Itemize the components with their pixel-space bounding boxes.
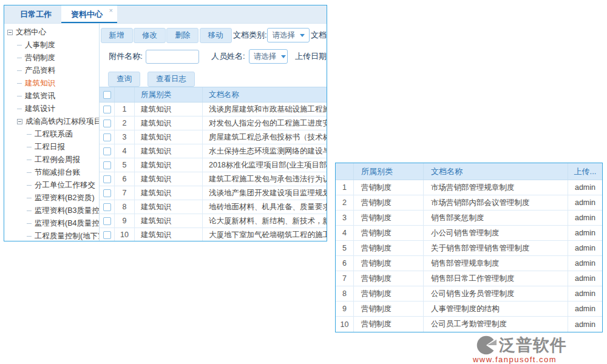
row-doc-name[interactable]: 论大厦新材料、新结构、新技术，新工... [203,216,327,226]
tree-expand-icon[interactable] [27,172,32,173]
table-row[interactable]: 7 建筑知识 浅谈地产集团开发建设项目监理规划编... [100,186,327,200]
table-row[interactable]: 3 营销制度 销售部奖惩制度 admin [336,211,602,226]
table-row[interactable]: 5 营销制度 关于销售部管理销售管理制度 admin [336,241,602,256]
tree-item[interactable]: 监理资料(B2资质) [4,192,99,204]
table-row[interactable]: 2 营销制度 市场营销部内部会议管理制度 admin [336,195,602,211]
row-doc-name[interactable]: 关于销售部管理销售管理制度 [424,241,568,255]
tree-item[interactable]: 人事制度 [4,39,99,52]
tree-item[interactable]: 建筑设计 [4,103,99,115]
tree-expand-icon[interactable] [27,223,32,224]
tree-item[interactable]: 监理资料(B4质量控制) [4,217,99,230]
table-row[interactable]: 7 营销制度 销售部日常工作管理制度 admin [336,271,602,286]
close-icon[interactable]: × [109,6,113,15]
table-row[interactable]: 2 建筑知识 对发包人指定分包的工程施工进度安排... [100,116,327,130]
row-checkbox[interactable] [103,133,111,141]
tree-expand-icon[interactable] [17,119,22,124]
row-doc-name[interactable]: 2018标准化监理项目部(业主项目部)人员... [203,160,327,170]
row-doc-name[interactable]: 房屋建筑工程总承包投标书（技术标）... [203,132,327,143]
row-checkbox[interactable] [103,189,111,197]
tree-item[interactable]: 文档中心 [4,26,99,39]
table-row[interactable]: 5 建筑知识 2018标准化监理项目部(业主项目部)人员... [100,158,327,172]
tree-expand-icon[interactable] [7,30,13,35]
table-row[interactable]: 1 建筑知识 浅谈房屋建筑和市政基础设施工程施工... [100,103,327,116]
row-doc-name[interactable]: 销售部奖惩制度 [424,211,568,225]
row-checkbox[interactable] [103,217,111,225]
table-row[interactable]: 9 营销制度 人事管理制度的结构 admin [336,302,602,317]
row-checkbox[interactable] [103,231,111,239]
row-doc-name[interactable]: 公司员工考勤管理制度 [424,317,568,332]
row-doc-name[interactable]: 大厦地下室加气砼墙砌筑工程的施工方... [203,230,327,240]
query-button[interactable]: 查询 [108,72,140,87]
tree-item[interactable]: 建筑知识 [4,77,99,90]
row-doc-name[interactable]: 市场营销部管理规章制度 [424,180,568,195]
tree-expand-icon[interactable] [17,70,22,71]
tree-item[interactable]: 建筑资讯 [4,90,99,103]
row-doc-name[interactable]: 建筑工程施工发包与承包违法行为认定... [203,174,327,184]
tree-item[interactable]: 工程日报 [4,141,99,153]
add-button[interactable]: 新增 [101,28,133,43]
table-row[interactable]: 4 建筑知识 水土保持生态环境监测网络的建设与资... [100,144,327,158]
row-doc-name[interactable]: 地砖地面材料、机具准备、质量要求及... [203,202,327,212]
tree-expand-icon[interactable] [17,45,22,46]
tree-item[interactable]: 工程联系函 [4,128,99,141]
tab-daily-work[interactable]: 日常工作 [10,5,61,23]
tree-item[interactable]: 工程例会周报 [4,153,99,166]
tree-item[interactable]: 营销制度 [4,52,99,64]
delete-button[interactable]: 删除 [166,28,198,43]
person-name-select[interactable]: 请选择 [249,49,288,64]
row-doc-name[interactable]: 人事管理制度的结构 [424,302,568,316]
tree-expand-icon[interactable] [27,185,32,186]
row-checkbox[interactable] [103,175,111,183]
tree-expand-icon[interactable] [17,109,22,109]
tree-expand-icon[interactable] [27,211,32,211]
row-doc-name[interactable]: 浅谈地产集团开发建设项目监理规划编... [203,188,327,198]
table-row[interactable]: 9 建筑知识 论大厦新材料、新结构、新技术，新工... [100,214,327,228]
row-doc-name[interactable]: 小公司销售管理制度 [424,226,568,240]
row-checkbox[interactable] [103,147,111,155]
tree-item[interactable]: 分工单位工作移交 [4,179,99,192]
doc-category-select[interactable]: 请选择 [267,28,310,42]
table-row[interactable]: 1 营销制度 市场营销部管理规章制度 admin [336,180,602,195]
tree-expand-icon[interactable] [27,236,32,237]
row-checkbox[interactable] [103,106,111,113]
table-row[interactable]: 6 营销制度 销售部管理规章制度 admin [336,256,602,271]
row-doc-name[interactable]: 公司销售业务员管理制度 [424,286,568,301]
select-all-checkbox[interactable] [103,91,111,99]
row-doc-name[interactable]: 市场营销部内部会议管理制度 [424,195,568,210]
row-doc-name[interactable]: 销售部日常工作管理制度 [424,271,568,286]
row-checkbox[interactable] [103,161,111,169]
row-doc-name[interactable]: 销售部管理规章制度 [424,256,568,271]
tree-expand-icon[interactable] [27,160,32,160]
row-doc-name[interactable]: 水土保持生态环境监测网络的建设与资... [203,146,327,157]
tree-item[interactable]: 产品资料 [4,64,99,77]
tree-expand-icon[interactable] [17,58,22,58]
tree-item[interactable]: 节能减排台账 [4,166,99,179]
tree-expand-icon[interactable] [27,198,32,198]
table-row[interactable]: 10 建筑知识 大厦地下室加气砼墙砌筑工程的施工方... [100,228,327,241]
row-doc-name[interactable]: 浅谈房屋建筑和市政基础设施工程施工... [203,104,327,115]
move-button[interactable]: 移动 [200,28,232,43]
attachment-name-input[interactable] [146,50,199,64]
tree-item[interactable]: 监理资料(B3质量控制) [4,204,99,217]
tree-expand-icon[interactable] [27,147,32,147]
chevron-down-icon [300,34,305,37]
tree-item-label: 监理资料(B4质量控制) [35,217,99,230]
tree-expand-icon[interactable] [17,96,22,96]
row-doc-name[interactable]: 对发包人指定分包的工程施工进度安排... [203,118,327,129]
row-checkbox[interactable] [103,203,111,211]
edit-button[interactable]: 修改 [134,28,166,43]
tree-expand-icon[interactable] [17,83,22,84]
table-row[interactable]: 10 营销制度 公司员工考勤管理制度 admin [336,317,602,332]
table-row[interactable]: 8 建筑知识 地砖地面材料、机具准备、质量要求及... [100,200,327,214]
tab-data-center[interactable]: 资料中心 × [61,5,117,23]
row-checkbox[interactable] [103,120,111,127]
tree-item[interactable]: 工程质量控制(地下室) [4,230,99,241]
table-row[interactable]: 8 营销制度 公司销售业务员管理制度 admin [336,286,602,302]
row-category: 建筑知识 [135,130,203,144]
view-log-button[interactable]: 查看日志 [148,72,195,87]
table-row[interactable]: 3 建筑知识 房屋建筑工程总承包投标书（技术标）... [100,130,327,144]
tree-expand-icon[interactable] [27,134,32,135]
table-row[interactable]: 6 建筑知识 建筑工程施工发包与承包违法行为认定... [100,172,327,186]
tree-item[interactable]: 成渝高铁内江标段项目 [4,115,99,128]
table-row[interactable]: 4 营销制度 小公司销售管理制度 admin [336,226,602,241]
